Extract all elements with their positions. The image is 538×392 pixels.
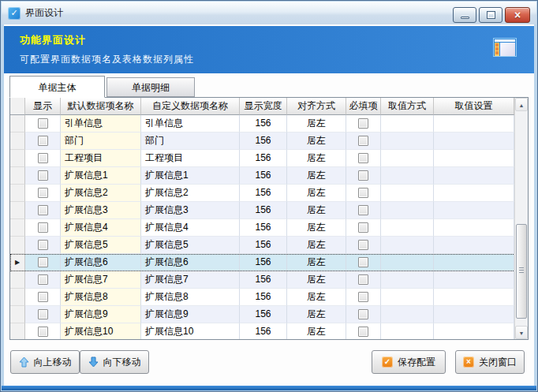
display-cell[interactable] [25, 115, 61, 133]
width-cell[interactable]: 156 [240, 185, 287, 202]
custom-name-cell[interactable]: 扩展信息3 [141, 202, 240, 219]
width-cell[interactable]: 156 [240, 289, 287, 306]
required-cell[interactable] [346, 202, 381, 219]
value-method-cell[interactable] [381, 115, 434, 133]
value-setting-cell[interactable] [434, 167, 514, 185]
display-checkbox[interactable] [38, 292, 48, 302]
value-method-cell[interactable] [381, 237, 434, 254]
value-method-cell[interactable] [381, 271, 434, 289]
value-method-cell[interactable] [381, 289, 434, 306]
row-indicator[interactable] [10, 150, 25, 167]
value-method-cell[interactable] [381, 254, 434, 271]
required-checkbox[interactable] [358, 292, 368, 302]
row-indicator[interactable] [10, 219, 25, 237]
tab-document-detail[interactable]: 单据明细 [106, 77, 195, 97]
table-row[interactable]: 部门部门156居左 [10, 133, 528, 150]
required-checkbox[interactable] [358, 188, 368, 198]
value-method-cell[interactable] [381, 219, 434, 237]
required-cell[interactable] [346, 289, 381, 306]
value-setting-cell[interactable] [434, 254, 514, 271]
column-header-6[interactable]: 取值方式 [381, 98, 434, 115]
default-name-cell[interactable]: 扩展信息10 [61, 323, 141, 340]
table-row[interactable]: 引单信息引单信息156居左 [10, 115, 528, 133]
default-name-cell[interactable]: 扩展信息6 [61, 254, 141, 271]
display-checkbox[interactable] [38, 309, 48, 319]
value-setting-cell[interactable] [434, 133, 514, 150]
default-name-cell[interactable]: 扩展信息3 [61, 202, 141, 219]
required-checkbox[interactable] [358, 240, 368, 250]
required-cell[interactable] [346, 115, 381, 133]
display-cell[interactable] [25, 254, 61, 271]
custom-name-cell[interactable]: 扩展信息9 [141, 306, 240, 323]
default-name-cell[interactable]: 引单信息 [61, 115, 141, 133]
width-cell[interactable]: 156 [240, 306, 287, 323]
close-window-button[interactable]: × 关闭窗口 [455, 350, 525, 374]
row-indicator[interactable] [10, 115, 25, 133]
column-header-0[interactable]: 显示 [25, 98, 61, 115]
table-row[interactable]: 扩展信息8扩展信息8156居左 [10, 289, 528, 306]
custom-name-cell[interactable]: 部门 [141, 133, 240, 150]
vertical-scrollbar[interactable]: ▲ ▼ [514, 98, 528, 339]
move-down-button[interactable]: 向下移动 [80, 350, 149, 374]
display-cell[interactable] [25, 271, 61, 289]
display-cell[interactable] [25, 167, 61, 185]
required-cell[interactable] [346, 167, 381, 185]
display-checkbox[interactable] [38, 205, 48, 215]
value-method-cell[interactable] [381, 306, 434, 323]
row-indicator[interactable] [10, 202, 25, 219]
display-checkbox[interactable] [38, 118, 48, 129]
required-cell[interactable] [346, 306, 381, 323]
display-cell[interactable] [25, 323, 61, 340]
table-row[interactable]: 扩展信息4扩展信息4156居左 [10, 219, 528, 237]
display-checkbox[interactable] [38, 274, 48, 285]
required-cell[interactable] [346, 237, 381, 254]
value-method-cell[interactable] [381, 150, 434, 167]
value-setting-cell[interactable] [434, 202, 514, 219]
default-name-cell[interactable]: 部门 [61, 133, 141, 150]
value-setting-cell[interactable] [434, 150, 514, 167]
table-row[interactable]: 扩展信息2扩展信息2156居左 [10, 185, 528, 202]
required-cell[interactable] [346, 185, 381, 202]
default-name-cell[interactable]: 扩展信息8 [61, 289, 141, 306]
display-cell[interactable] [25, 185, 61, 202]
width-cell[interactable]: 156 [240, 219, 287, 237]
required-checkbox[interactable] [358, 205, 368, 215]
row-indicator[interactable] [10, 185, 25, 202]
scroll-down-button[interactable]: ▼ [515, 326, 528, 339]
default-name-cell[interactable]: 扩展信息2 [61, 185, 141, 202]
required-checkbox[interactable] [358, 222, 368, 233]
align-cell[interactable]: 居左 [287, 237, 346, 254]
display-checkbox[interactable] [38, 188, 48, 198]
required-cell[interactable] [346, 254, 381, 271]
display-cell[interactable] [25, 202, 61, 219]
align-cell[interactable]: 居左 [287, 202, 346, 219]
display-cell[interactable] [25, 306, 61, 323]
column-header-4[interactable]: 对齐方式 [287, 98, 346, 115]
table-row[interactable]: 扩展信息9扩展信息9156居左 [10, 306, 528, 323]
width-cell[interactable]: 156 [240, 237, 287, 254]
required-cell[interactable] [346, 133, 381, 150]
required-cell[interactable] [346, 323, 381, 340]
width-cell[interactable]: 156 [240, 271, 287, 289]
minimize-button[interactable] [453, 7, 476, 23]
column-header-2[interactable]: 自定义数据项名称 [141, 98, 240, 115]
value-setting-cell[interactable] [434, 271, 514, 289]
value-method-cell[interactable] [381, 133, 434, 150]
scrollbar-thumb[interactable] [516, 224, 527, 319]
required-checkbox[interactable] [358, 136, 368, 146]
required-checkbox[interactable] [358, 274, 368, 285]
display-checkbox[interactable] [38, 257, 48, 267]
align-cell[interactable]: 居左 [287, 219, 346, 237]
tab-document-body[interactable]: 单据主体 [9, 76, 105, 98]
custom-name-cell[interactable]: 扩展信息5 [141, 237, 240, 254]
custom-name-cell[interactable]: 扩展信息8 [141, 289, 240, 306]
align-cell[interactable]: 居左 [287, 271, 346, 289]
value-method-cell[interactable] [381, 323, 434, 340]
default-name-cell[interactable]: 扩展信息9 [61, 306, 141, 323]
display-checkbox[interactable] [38, 153, 48, 163]
value-setting-cell[interactable] [434, 323, 514, 340]
column-header-3[interactable]: 显示宽度 [240, 98, 287, 115]
default-name-cell[interactable]: 扩展信息7 [61, 271, 141, 289]
width-cell[interactable]: 156 [240, 323, 287, 340]
row-indicator[interactable] [10, 289, 25, 306]
